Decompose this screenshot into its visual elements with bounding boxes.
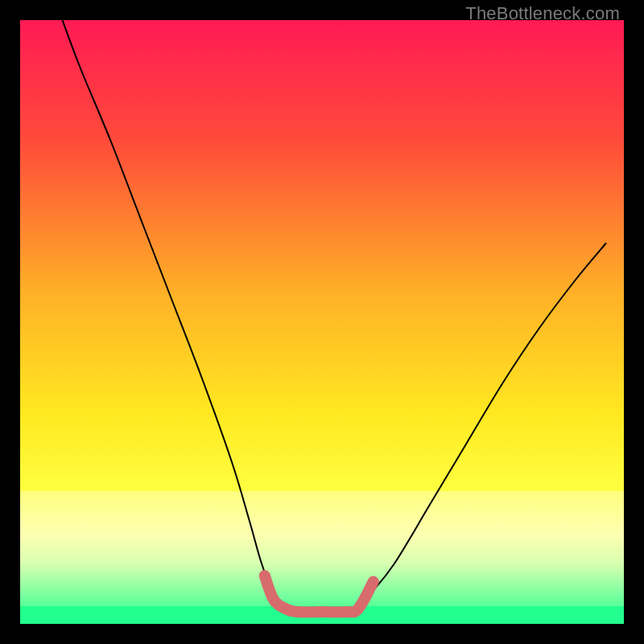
watermark-label: TheBottleneck.com: [465, 3, 620, 24]
chart-frame: TheBottleneck.com: [0, 0, 644, 644]
highlight-bottom: [265, 576, 374, 612]
curve-layer: [20, 20, 624, 624]
plot-area: [20, 20, 624, 624]
bottleneck-curve: [63, 20, 606, 613]
